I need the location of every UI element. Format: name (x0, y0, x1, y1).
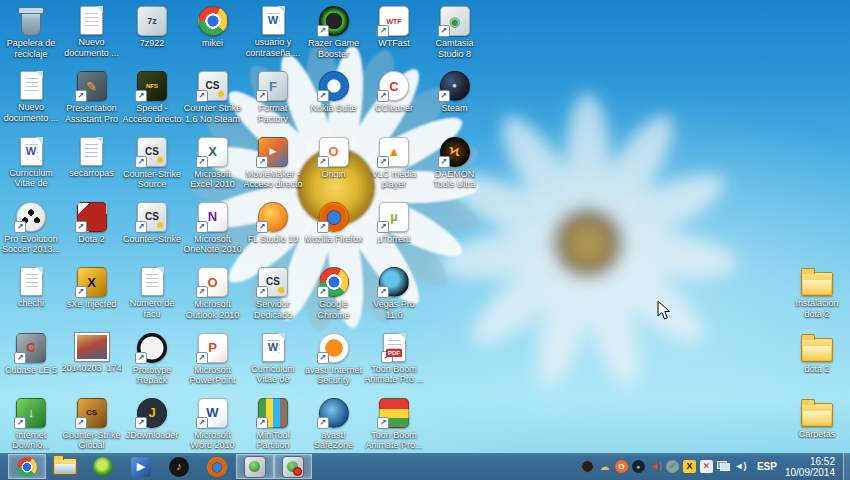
desktop-icon-secarropas[interactable]: secarropas (63, 137, 121, 179)
desktop-icon-jdownloader[interactable]: J↗JDownloader (123, 398, 181, 441)
desktop-icon-µtorrent[interactable]: µ↗µTorrent (365, 202, 423, 245)
shortcut-arrow-icon: ↗ (14, 352, 26, 364)
desktop-icon-numero-de-facu[interactable]: Numero de facu (123, 267, 181, 319)
desktop-icon-avast-safezone[interactable]: ↗avast! SafeZone (305, 398, 363, 451)
desktop-icon-format-factory[interactable]: F↗Format Factory (244, 71, 302, 124)
desktop-icon-chechi[interactable]: chechi (2, 267, 60, 309)
desktop-icon-origin[interactable]: O↗Origin (305, 137, 363, 180)
desktop-icon-prototype-repack[interactable]: ↗Prototype Repack (123, 333, 181, 386)
circle-icon: ↗ (319, 398, 349, 428)
desktop-icon-mozilla-firefox[interactable]: ↗Mozilla Firefox (305, 202, 363, 245)
shortcut-arrow-icon: ↗ (135, 90, 147, 102)
desktop-icon-servidor-dedicado[interactable]: CS↗Servidor Dedicado (244, 267, 302, 320)
desktop-icon-avast-internet-security[interactable]: ↗avast! Internet Security (305, 333, 363, 386)
icon-glyph: NFS (146, 83, 158, 89)
desktop-icon-nuevo-documento[interactable]: Nuevo documento ... (63, 6, 121, 58)
desktop-icon-7z922[interactable]: 7z7z922 (123, 6, 181, 49)
desktop-icon-counter-strike-1-6-no-steam[interactable]: CS↗Counter Strike 1.6 No Steam (184, 71, 242, 124)
icon-glyph: P (208, 341, 217, 354)
shortcut-arrow-icon: ↗ (135, 221, 147, 233)
tray-icon-origin[interactable]: O (615, 460, 628, 473)
taskbar-item-music-app[interactable]: ♪ (160, 454, 198, 479)
tray-icon-volume[interactable]: ◄) (734, 460, 747, 473)
clock-date: 10/09/2014 (785, 467, 835, 478)
desktop-icon-vlc-media-player[interactable]: ▲↗VLC media player (365, 137, 423, 190)
desktop-icon-microsoft-excel-2010[interactable]: X↗Microsoft Excel 2010 (184, 137, 242, 190)
desktop-icon-curriculum-vitae-de-jessica[interactable]: WCurriculum Vitae de Jessica (2, 137, 60, 189)
desktop-icon-carpetas[interactable]: Carpetas (788, 398, 846, 440)
desktop-icon-microsoft-onenote-2010[interactable]: N↗Microsoft OneNote 2010 (184, 202, 242, 255)
desktop-icon-google-chrome[interactable]: ↗Google Chrome (305, 267, 363, 320)
desktop-icon-counter-strike-global-offensive[interactable]: CS↗Counter-Strike Global Offensive (63, 398, 121, 451)
tray-icon-network-error[interactable]: ✕ (700, 460, 713, 473)
desktop-icon-cubase-le-5[interactable]: C↗Cubase LE 5 (2, 333, 60, 376)
desktop-icon-instalacion-dota-2[interactable]: Instalacion dota 2 (788, 267, 846, 319)
cs-icon: CS↗ (258, 267, 288, 297)
taskbar-item-camtasia-studio[interactable] (236, 454, 274, 479)
taskbar-item-camtasia-recorder[interactable] (274, 454, 312, 479)
desktop-icon-vegas-pro-11-0[interactable]: ↗Vegas Pro 11.0 (365, 267, 423, 320)
pdf-icon: PDF↗ (383, 333, 406, 362)
tray-icon-audio-manager[interactable]: ◄) (649, 460, 662, 473)
desktop-icon-minitool-partition-wiza[interactable]: ↗MiniTool Partition Wiza... (244, 398, 302, 451)
show-desktop-button[interactable] (843, 453, 850, 480)
icon-glyph: F (269, 80, 277, 93)
tray-icon-weather-cloud[interactable]: ☁ (598, 460, 611, 473)
language-indicator[interactable]: ESP (757, 461, 777, 472)
desktop-icon-dota-2[interactable]: ↗Dota 2 (63, 202, 121, 245)
desktop-icon-camtasia-studio-8[interactable]: ◉↗Camtasia Studio 8 (426, 6, 484, 59)
desktop-icon-internet-downlo[interactable]: ↓↗Internet Downlo... (2, 398, 60, 451)
desktop-icon-wtfast[interactable]: WTF↗WTFast (365, 6, 423, 49)
ball-icon: ↗ (16, 202, 46, 232)
desktop-icon-nokia-suite[interactable]: ↗Nokia Suite (305, 71, 363, 114)
icon-label: MovieMaker - Acceso directo (243, 169, 303, 190)
icon-label: Microsoft Outlook 2010 (183, 299, 243, 320)
desktop-icon-papelera-de-reciclaje[interactable]: Papelera de reciclaje (2, 6, 60, 59)
desktop-icon-microsoft-outlook-2010[interactable]: O↗Microsoft Outlook 2010 (184, 267, 242, 320)
clock[interactable]: 16:52 10/09/2014 (785, 456, 835, 478)
taskbar-item-mozilla-firefox[interactable] (198, 454, 236, 479)
shortcut-arrow-icon: ↗ (256, 156, 268, 168)
tray-icon-security-check[interactable]: ✔ (666, 460, 679, 473)
desktop-icon-moviemaker-acceso-directo[interactable]: ▶↗MovieMaker - Acceso directo (244, 137, 302, 190)
desktop-icon-presentation-assistant-pro[interactable]: ✎↗Presentation Assistant Pro (63, 71, 121, 124)
taskbar-item-media-player[interactable]: ▶ (122, 454, 160, 479)
desktop-icon-steam[interactable]: ●↗Steam (426, 71, 484, 114)
tray-icon-game-booster[interactable] (581, 460, 594, 473)
desktop-icon-sxe-injected[interactable]: X↗sXe Injected (63, 267, 121, 310)
tray-icon-network-status[interactable] (717, 461, 730, 472)
desktop-icon-daemon-tools-ultra[interactable]: Ϟ↗DAEMON Tools Ultra (426, 137, 484, 190)
desktop-icon-curriculum-vitae-de-gastón[interactable]: WCurriculum Vitae de Gastón (244, 333, 302, 385)
desktop-icon-mikei[interactable]: mikei (184, 6, 242, 49)
system-tray: ☁O●◄)✔X✕◄) ESP 16:52 10/09/2014 (581, 453, 850, 480)
desktop-icon-microsoft-powerpoint-2010[interactable]: P↗Microsoft PowerPoint 2010 (184, 333, 242, 386)
desktop-icon-microsoft-word-2010[interactable]: W↗Microsoft Word 2010 (184, 398, 242, 451)
shortcut-arrow-icon: ↗ (377, 221, 389, 233)
desktop-icon-20140203-1748[interactable]: 20140203_1748... (63, 333, 121, 374)
icon-glyph: ♪ (176, 461, 182, 472)
taskbar-item-google-chrome[interactable] (8, 454, 46, 479)
desktop-icon-razer-game-booster[interactable]: ↗Razer Game Booster (305, 6, 363, 59)
desktop-icon-toon-boom-animate-pro[interactable]: PDF↗Toon Boom Animate Pro ... (365, 333, 423, 385)
desktop-icon-counter-strike[interactable]: CS↗Counter-Strike (123, 202, 181, 245)
shortcut-arrow-icon: ↗ (75, 90, 87, 102)
desktop-icon-counter-strike-source[interactable]: CS↗Counter-Strike Source (123, 137, 181, 190)
circle-icon: ↗ (319, 71, 349, 101)
app-icon: N↗ (198, 202, 228, 232)
tray-icon-sxe-injected[interactable]: X (683, 460, 696, 473)
app-icon: 7z (137, 6, 167, 36)
desktop-icon-speed-acceso-directo[interactable]: NFS↗Speed - Acceso directo (123, 71, 181, 124)
desktop-icon-ccleaner[interactable]: C↗CCleaner (365, 71, 423, 114)
desktop-icon-toon-boom-animate-pro[interactable]: ↗Toon Boom Animate Pro... (365, 398, 423, 451)
icon-label: VLC media player (364, 169, 424, 190)
desktop-icon-pro-evolution-soccer-2013[interactable]: ↗Pro Evolution Soccer 2013... (2, 202, 60, 255)
taskbar-item-file-explorer[interactable] (46, 454, 84, 479)
desktop-icon-dota-2[interactable]: dota 2 (788, 333, 846, 375)
icon-label: Presentation Assistant Pro (62, 103, 122, 124)
taskbar-item-daemon-tools[interactable] (84, 454, 122, 479)
icon-glyph: PDF (386, 349, 402, 357)
desktop-icon-fl-studio-10[interactable]: ↗FL Studio 10 (244, 202, 302, 245)
desktop-icon-usuario-y-contraseña[interactable]: Wusuario y contraseña ... (244, 6, 302, 58)
desktop-icon-nuevo-documento[interactable]: Nuevo documento ... (2, 71, 60, 123)
tray-icon-steam[interactable]: ● (632, 460, 645, 473)
